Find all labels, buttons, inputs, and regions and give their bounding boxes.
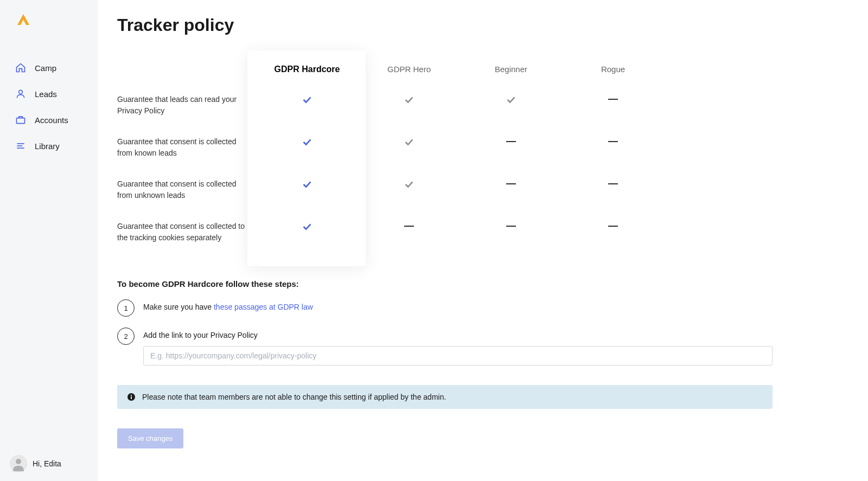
policy-row-label: Guarantee that leads can read your Priva… [117,84,256,126]
nav-label: Library [35,142,60,151]
policy-row-label: Guarantee that consent is collected from… [117,126,256,169]
step-text: Add the link to your Privacy Policy [143,331,773,339]
user-info[interactable]: Hi, Edita [0,446,98,481]
logo-icon [15,13,31,27]
nav-label: Camp [35,63,56,73]
svg-point-6 [16,459,21,464]
privacy-policy-input[interactable] [143,346,773,365]
check-icon [301,178,313,192]
list-icon [15,140,26,151]
svg-rect-8 [131,396,132,399]
check-icon [505,94,517,107]
column-header-gdpr-hardcore[interactable]: GDPR Hardcore [256,55,358,84]
person-icon [15,88,26,99]
step-text: Make sure you have [143,303,214,311]
svg-point-0 [19,90,23,94]
policy-cell [256,169,358,202]
dash-icon: — [608,221,618,230]
dash-icon: — [608,178,618,188]
notice: Please note that team members are not ab… [117,385,773,409]
policy-cell: — [460,169,562,198]
dash-icon: — [404,221,414,230]
policy-cell: — [358,211,460,240]
logo [0,13,98,42]
policy-cell: — [460,211,562,240]
policy-cell [256,84,358,117]
column-header-gdpr-hero[interactable]: GDPR Hero [358,55,460,84]
dash-icon: — [506,221,516,230]
column-header-beginner[interactable]: Beginner [460,55,562,84]
page-title: Tracker policy [117,15,773,35]
main: Tracker policy GDPR Hardcore GDPR Hero B… [98,0,792,481]
policy-cell: — [562,211,664,240]
step-2: 2 Add the link to your Privacy Policy [117,328,773,365]
policy-table: GDPR Hardcore GDPR Hero Beginner Rogue G… [117,55,773,253]
sidebar: Camp Leads Accounts [0,0,98,481]
avatar [10,455,27,472]
nav-label: Accounts [35,116,68,125]
policy-cell [358,84,460,117]
gdpr-law-link[interactable]: these passages at GDPR law [214,303,313,311]
dash-icon: — [608,94,618,104]
policy-cell [358,169,460,202]
home-icon [15,62,26,73]
svg-rect-9 [131,395,132,396]
svg-rect-1 [17,118,25,124]
policy-cell [256,126,358,159]
nav-item-library[interactable]: Library [0,133,98,159]
info-icon [127,393,136,401]
policy-row-label: Guarantee that consent is collected from… [117,169,256,211]
nav: Camp Leads Accounts [0,42,98,468]
dash-icon: — [608,136,618,146]
nav-item-accounts[interactable]: Accounts [0,107,98,133]
policy-cell: — [562,169,664,198]
notice-text: Please note that team members are not ab… [142,393,446,401]
column-header-rogue[interactable]: Rogue [562,55,664,84]
check-icon [403,178,415,192]
steps-intro: To become GDPR Hardcore follow these ste… [117,279,773,288]
nav-item-camp[interactable]: Camp [0,55,98,81]
steps: 1 Make sure you have these passages at G… [117,299,773,365]
dash-icon: — [506,136,516,146]
step-1: 1 Make sure you have these passages at G… [117,299,773,317]
check-icon [301,221,313,234]
nav-item-leads[interactable]: Leads [0,81,98,107]
check-icon [301,136,313,150]
save-button[interactable]: Save changes [117,428,183,448]
policy-cell: — [460,126,562,156]
user-greeting: Hi, Edita [33,459,61,468]
dash-icon: — [506,178,516,188]
nav-label: Leads [35,89,57,99]
policy-cell: — [562,126,664,156]
check-icon [301,94,313,107]
policy-cell [460,84,562,117]
policy-cell [256,211,358,244]
step-number: 1 [117,299,135,317]
policy-cell: — [562,84,664,113]
policy-row-label: Guarantee that consent is collected to t… [117,211,256,253]
briefcase-icon [15,114,26,125]
check-icon [403,136,415,150]
step-number: 2 [117,328,135,345]
check-icon [403,94,415,107]
policy-cell [358,126,460,159]
